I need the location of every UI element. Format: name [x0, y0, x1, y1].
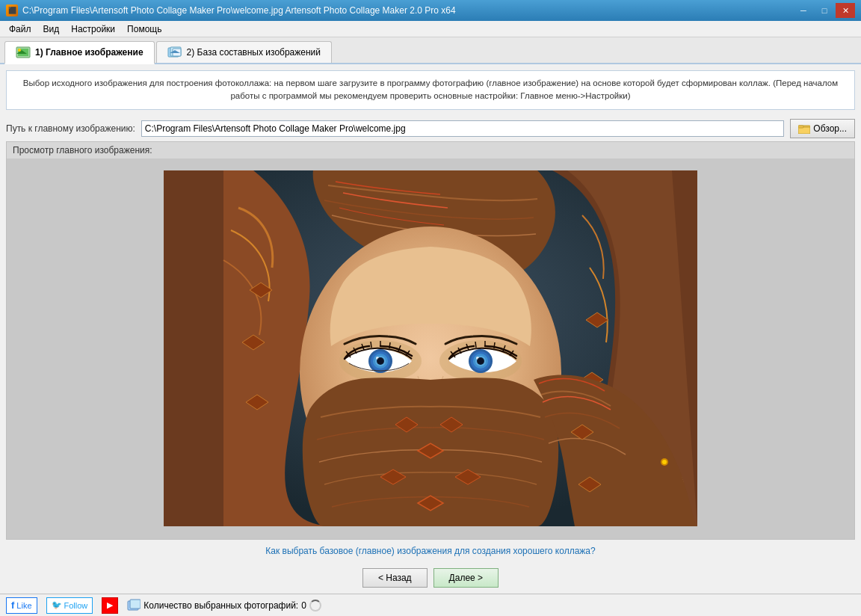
path-input[interactable] [141, 120, 785, 137]
next-button[interactable]: Далее > [433, 568, 499, 588]
menu-bar: Файл Вид Настройки Помощь [0, 21, 861, 37]
tab1-label: 1) Главное изображение [35, 47, 144, 58]
title-bar-controls[interactable]: ─ □ ✕ [794, 3, 855, 18]
title-bar-left: ⬛ C:\Program Files\Artensoft Photo Colla… [6, 4, 456, 16]
nav-buttons: < Назад Далее > [0, 562, 861, 594]
svg-line-31 [371, 342, 371, 348]
title-bar: ⬛ C:\Program Files\Artensoft Photo Colla… [0, 0, 861, 21]
twitter-follow-button[interactable]: 🐦 Follow [46, 597, 93, 614]
preview-inner [7, 158, 854, 540]
svg-rect-10 [798, 126, 803, 128]
count-label: Количество выбранных фотографий: [144, 600, 298, 611]
browse-label: Обзор... [813, 123, 847, 134]
tab-source-images[interactable]: 2) База составных изображений [156, 41, 332, 63]
title-text: C:\Program Files\Artensoft Photo Collage… [22, 5, 456, 16]
folder-icon [798, 123, 810, 134]
path-label: Путь к главному изображению: [6, 123, 135, 134]
preview-section: Просмотр главного изображения: [6, 141, 855, 540]
photos-icon [127, 599, 141, 612]
svg-point-27 [377, 357, 384, 365]
menu-settings[interactable]: Настройки [65, 22, 121, 36]
twitter-label: Follow [64, 601, 88, 610]
browse-button[interactable]: Обзор... [790, 119, 855, 138]
path-row: Путь к главному изображению: Обзор... [0, 116, 861, 141]
menu-view[interactable]: Вид [37, 22, 66, 36]
menu-help[interactable]: Помощь [121, 22, 167, 36]
back-button[interactable]: < Назад [362, 568, 428, 588]
youtube-icon: ▶ [107, 600, 113, 610]
count-value: 0 [301, 600, 306, 611]
facebook-icon: f [11, 600, 14, 611]
tab2-icon [167, 46, 182, 58]
close-button[interactable]: ✕ [836, 3, 855, 18]
main-image-preview [164, 170, 697, 526]
svg-point-62 [662, 460, 667, 464]
portrait-svg [164, 170, 697, 526]
tab-main-image[interactable]: 1) Главное изображение [4, 41, 155, 64]
help-link[interactable]: Как выбрать базовое (главное) изображени… [0, 540, 861, 562]
tab-bar: 1) Главное изображение 2) База составных… [0, 37, 861, 64]
svg-line-46 [475, 342, 476, 348]
facebook-label: Like [16, 601, 31, 610]
tab2-label: 2) База составных изображений [187, 47, 321, 58]
info-box: Выбор исходного изображения для построен… [6, 70, 855, 110]
status-bar: f Like 🐦 Follow ▶ Количество выбранных ф… [0, 594, 861, 616]
maximize-button[interactable]: □ [815, 3, 834, 18]
minimize-button[interactable]: ─ [794, 3, 813, 18]
facebook-like-button[interactable]: f Like [6, 597, 37, 614]
twitter-icon: 🐦 [52, 600, 62, 610]
loading-spinner [309, 600, 321, 612]
svg-line-33 [389, 342, 390, 348]
menu-file[interactable]: Файл [3, 22, 37, 36]
svg-point-3 [18, 49, 21, 52]
svg-rect-64 [130, 600, 141, 609]
youtube-button[interactable]: ▶ [102, 597, 118, 614]
tab1-icon [16, 46, 31, 58]
svg-line-48 [494, 342, 495, 348]
photo-count: Количество выбранных фотографий: 0 [127, 599, 321, 612]
svg-point-42 [477, 357, 484, 365]
preview-label: Просмотр главного изображения: [7, 142, 854, 158]
info-text: Выбор исходного изображения для построен… [23, 78, 838, 100]
app-icon: ⬛ [6, 4, 18, 16]
